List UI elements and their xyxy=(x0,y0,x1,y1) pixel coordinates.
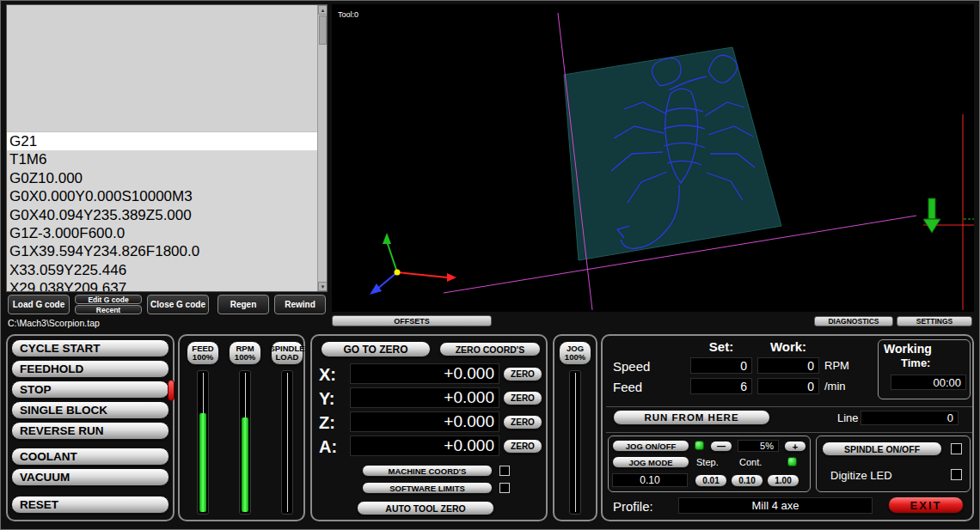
time-label: Time: xyxy=(901,356,930,369)
a-axis-dro[interactable]: +0.000 xyxy=(350,436,499,456)
scroll-up-icon[interactable]: ▲ xyxy=(318,5,328,15)
jog-slider[interactable] xyxy=(569,370,581,515)
y-axis-dro[interactable]: +0.000 xyxy=(350,387,499,408)
vacuum-button[interactable]: VACUUM xyxy=(11,468,169,486)
software-limits-checkbox[interactable] xyxy=(499,483,510,493)
feed-label: Feed xyxy=(613,380,642,394)
jog-on-off-button[interactable]: JOG ON/OFF xyxy=(612,440,689,452)
rpm-slider[interactable] xyxy=(239,370,251,515)
reverse-run-button[interactable]: REVERSE RUN xyxy=(11,422,169,440)
gcode-scrollbar[interactable]: ▲ ▼ xyxy=(317,5,327,291)
machine-coords-button[interactable]: MACHINE COORD'S xyxy=(362,465,493,477)
jog-mode-button[interactable]: JOG MODE xyxy=(612,456,689,468)
line-number-display[interactable]: 0 xyxy=(861,411,959,425)
gcode-line-current: G21 xyxy=(7,132,327,150)
reset-button[interactable]: RESET xyxy=(11,496,169,514)
feed-slider-fill xyxy=(199,413,206,512)
stop-button[interactable]: STOP xyxy=(11,381,169,399)
step-increment-display: 0.10 xyxy=(612,473,688,487)
jog-on-led xyxy=(695,441,704,450)
speed-work-display: 0 xyxy=(757,357,819,374)
load-gcode-button[interactable]: Load G code xyxy=(8,295,70,314)
feed-value: 100% xyxy=(193,353,213,362)
x-zero-button[interactable]: ZERO xyxy=(503,367,542,381)
tool-number-label: Tool:0 xyxy=(338,10,358,19)
edit-gcode-button[interactable]: Edit G code xyxy=(75,295,142,304)
y-zero-button[interactable]: ZERO xyxy=(503,391,542,405)
jog-slider-group: JOG 100% xyxy=(553,334,597,521)
x-axis-dro[interactable]: +0.000 xyxy=(350,363,499,384)
feed-work-display: 0 xyxy=(757,378,819,394)
spindle-controls-box: SPINDLE ON/OFF Digitize LED xyxy=(816,436,971,492)
tab-offsets[interactable]: OFFSETS xyxy=(332,315,492,326)
a-axis-label: A: xyxy=(319,437,337,457)
gcode-line: G0X0.000Y0.000S10000M3 xyxy=(7,187,327,205)
auto-tool-zero-button[interactable]: AUTO TOOL ZERO xyxy=(357,501,494,515)
divider xyxy=(606,432,972,433)
mach3-screen: G21 T1M6 G0Z10.000 G0X0.000Y0.000S10000M… xyxy=(0,0,980,530)
spindle-load-button[interactable]: SPINDLE LOAD xyxy=(271,341,303,365)
go-to-zero-button[interactable]: GO TO ZERO xyxy=(321,341,431,357)
feed-set-display[interactable]: 6 xyxy=(690,378,752,394)
spindle-on-off-button[interactable]: SPINDLE ON/OFF xyxy=(822,442,942,456)
scroll-down-icon[interactable]: ▼ xyxy=(318,282,328,291)
gcode-line: X29.038Y209.637 xyxy=(7,279,327,292)
gcode-line: T1M6 xyxy=(7,150,327,168)
increment-001-button[interactable]: 0.01 xyxy=(695,474,727,487)
a-zero-button[interactable]: ZERO xyxy=(503,439,542,454)
increment-100-button[interactable]: 1.00 xyxy=(767,474,799,487)
digitize-led-label: Digitize LED xyxy=(830,469,892,482)
digitize-checkbox[interactable] xyxy=(951,469,962,480)
jog-percent-display[interactable]: 5% xyxy=(738,440,779,452)
working-label: Working xyxy=(884,342,932,356)
stock-plane xyxy=(564,47,781,260)
override-sliders-group: FEED 100% RPM 100% SPINDLE LOAD xyxy=(178,334,305,521)
toolpath-display[interactable]: Tool:0 xyxy=(332,4,974,312)
jog-controls-box: JOG ON/OFF — 5% + JOG MODE Step. Cont. 0… xyxy=(608,436,811,492)
working-time-display: 00:00 xyxy=(891,375,966,390)
scroll-thumb[interactable] xyxy=(319,15,327,45)
gcode-line: X33.059Y225.446 xyxy=(7,261,327,279)
machine-buttons-group: CYCLE START FEEDHOLD STOP SINGLE BLOCK R… xyxy=(6,334,175,521)
gcode-viewer[interactable]: G21 T1M6 G0Z10.000 G0X0.000Y0.000S10000M… xyxy=(6,4,328,292)
z-zero-button[interactable]: ZERO xyxy=(503,415,542,429)
gcode-line: G1Z-3.000F600.0 xyxy=(7,224,327,242)
close-gcode-button[interactable]: Close G code xyxy=(147,295,209,314)
tab-settings[interactable]: SETTINGS xyxy=(897,316,972,326)
regen-button[interactable]: Regen xyxy=(217,295,269,314)
rpm-slider-fill xyxy=(242,417,248,512)
jog-percent-plus-button[interactable]: + xyxy=(784,441,806,452)
zero-coords-button[interactable]: ZERO COORD'S xyxy=(439,342,541,356)
run-from-here-button[interactable]: RUN FROM HERE xyxy=(613,410,770,425)
coolant-button[interactable]: COOLANT xyxy=(11,448,169,466)
jog-value: 100% xyxy=(565,353,585,362)
increment-010-button[interactable]: 0.10 xyxy=(731,474,763,487)
tab-diagnostics[interactable]: DIAGNOSTICS xyxy=(814,316,893,326)
gcode-line: G1X39.594Y234.826F1800.0 xyxy=(7,242,327,260)
single-block-button[interactable]: SINGLE BLOCK xyxy=(11,401,169,419)
spindle-checkbox[interactable] xyxy=(951,443,962,454)
exit-button[interactable]: EXIT xyxy=(888,496,964,514)
y-axis-label: Y: xyxy=(319,389,335,409)
speed-set-display[interactable]: 0 xyxy=(690,357,752,374)
spindle-load-label: LOAD xyxy=(276,353,299,362)
feed-override-button[interactable]: FEED 100% xyxy=(187,341,219,365)
software-limits-button[interactable]: SOFTWARE LIMITS xyxy=(362,482,493,494)
jog-percent-minus-button[interactable]: — xyxy=(710,441,732,452)
dro-group: GO TO ZERO ZERO COORD'S X: +0.000 ZERO Y… xyxy=(310,334,548,521)
gcode-file-path: C:\Mach3\Scorpion.tap xyxy=(8,318,100,328)
work-header: Work: xyxy=(757,339,819,354)
recent-files-button[interactable]: Recent xyxy=(75,305,142,314)
feed-slider[interactable] xyxy=(197,370,209,515)
gcode-line: G0Z10.000 xyxy=(7,169,327,187)
z-axis-dro[interactable]: +0.000 xyxy=(350,411,499,432)
status-group: Set: Work: Speed 0 0 RPM Feed 6 0 /min W… xyxy=(601,334,974,521)
jog-override-button[interactable]: JOG 100% xyxy=(559,341,591,365)
cycle-start-button[interactable]: CYCLE START xyxy=(11,339,169,357)
rewind-button[interactable]: Rewind xyxy=(274,295,326,314)
stop-led xyxy=(168,380,175,401)
toolpath-canvas xyxy=(332,4,974,312)
rpm-override-button[interactable]: RPM 100% xyxy=(229,341,261,365)
machine-coords-checkbox[interactable] xyxy=(499,466,510,476)
feedhold-button[interactable]: FEEDHOLD xyxy=(11,360,169,378)
